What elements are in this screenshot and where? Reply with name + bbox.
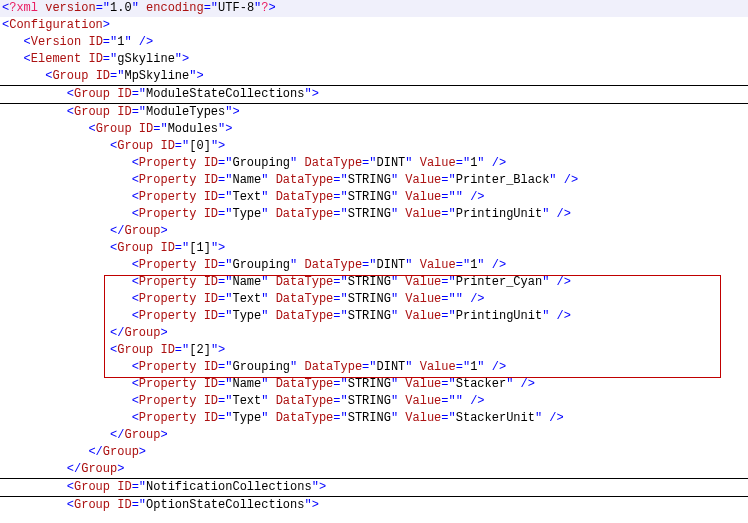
prop-1-grouping: <Property ID="Grouping" DataType="DINT" … — [0, 257, 748, 274]
prop-2-type: <Property ID="Type" DataType="STRING" Va… — [0, 410, 748, 427]
group-2-open: <Group ID="[2]"> — [0, 342, 748, 359]
prop-0-grouping: <Property ID="Grouping" DataType="DINT" … — [0, 155, 748, 172]
xml-declaration: <?xml version="1.0" encoding="UTF-8"?> — [0, 0, 748, 17]
group-1-close: </Group> — [0, 325, 748, 342]
prop-0-name: <Property ID="Name" DataType="STRING" Va… — [0, 172, 748, 189]
prop-0-text: <Property ID="Text" DataType="STRING" Va… — [0, 189, 748, 206]
prop-1-text: <Property ID="Text" DataType="STRING" Va… — [0, 291, 748, 308]
group-0-close: </Group> — [0, 223, 748, 240]
prop-2-name: <Property ID="Name" DataType="STRING" Va… — [0, 376, 748, 393]
group-notificationcollections: <Group ID="NotificationCollections"> — [0, 479, 748, 496]
group-2-close: </Group> — [0, 427, 748, 444]
prop-2-grouping: <Property ID="Grouping" DataType="DINT" … — [0, 359, 748, 376]
prop-0-type: <Property ID="Type" DataType="STRING" Va… — [0, 206, 748, 223]
group-moduletypes-open: <Group ID="ModuleTypes"> — [0, 104, 748, 121]
group-modulestatecollections: <Group ID="ModuleStateCollections"> — [0, 86, 748, 103]
configuration-open: <Configuration> — [0, 17, 748, 34]
version-tag: <Version ID="1" /> — [0, 34, 748, 51]
element-open: <Element ID="gSkyline"> — [0, 51, 748, 68]
group-1-open: <Group ID="[1]"> — [0, 240, 748, 257]
prop-2-text: <Property ID="Text" DataType="STRING" Va… — [0, 393, 748, 410]
group-moduletypes-close: </Group> — [0, 461, 748, 478]
group-mpskyline-open: <Group ID="MpSkyline"> — [0, 68, 748, 85]
group-modules-open: <Group ID="Modules"> — [0, 121, 748, 138]
group-modules-close: </Group> — [0, 444, 748, 461]
group-0-open: <Group ID="[0]"> — [0, 138, 748, 155]
prop-1-name: <Property ID="Name" DataType="STRING" Va… — [0, 274, 748, 291]
group-optionstatecollections: <Group ID="OptionStateCollections"> — [0, 497, 748, 514]
prop-1-type: <Property ID="Type" DataType="STRING" Va… — [0, 308, 748, 325]
